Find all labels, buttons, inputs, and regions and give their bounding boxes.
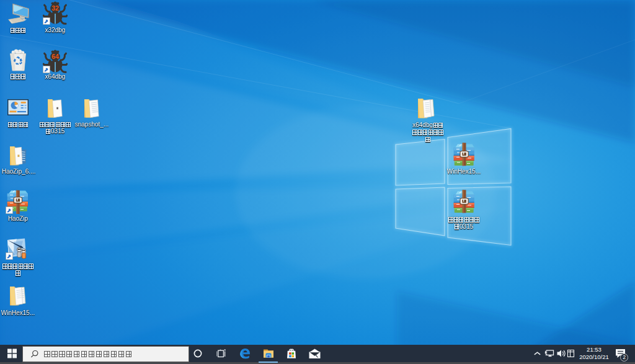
svg-text:32: 32: [51, 4, 59, 12]
svg-text:64: 64: [51, 53, 59, 60]
